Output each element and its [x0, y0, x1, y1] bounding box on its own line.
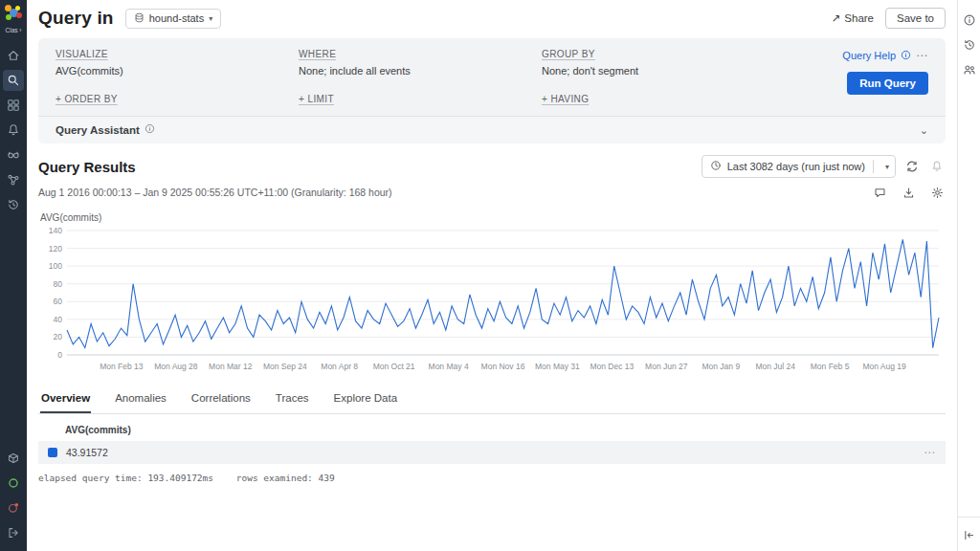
- dataset-selector[interactable]: hound-stats ▾: [125, 9, 222, 29]
- tab-traces[interactable]: Traces: [275, 386, 310, 413]
- builder-actions: Query Help ⋯ Run Query: [785, 49, 928, 104]
- elapsed-time-text: elapsed query time: 193.409172ms: [38, 473, 213, 483]
- where-label[interactable]: WHERE: [299, 49, 528, 59]
- share-label: Share: [844, 12, 874, 24]
- x-tick-label: Mon Mar 12: [209, 362, 253, 371]
- visualize-clause: VISUALIZE AVG(commits) + ORDER BY: [56, 49, 285, 104]
- time-range-value: Last 3082 days (run just now): [727, 161, 865, 172]
- share-button[interactable]: ↗ Share: [832, 11, 874, 25]
- x-tick-label: Mon Jul 24: [755, 362, 795, 371]
- environment-selector[interactable]: Clas ›: [6, 27, 22, 33]
- group-by-value[interactable]: None; don't segment: [542, 65, 771, 77]
- series-swatch: [48, 448, 57, 457]
- row-more-icon[interactable]: ⋯: [924, 446, 936, 459]
- usage-alert-icon[interactable]: [3, 497, 24, 518]
- chart-settings-gear-icon[interactable]: [928, 184, 946, 201]
- clock-icon: [710, 160, 722, 173]
- x-tick-label: Mon Jan 9: [702, 362, 740, 371]
- team-activity-icon[interactable]: [960, 60, 979, 79]
- main-content: Query in hound-stats ▾ ↗ Share Save to V…: [27, 0, 957, 551]
- sign-out-icon[interactable]: [3, 522, 24, 543]
- status-green-icon[interactable]: [3, 473, 24, 494]
- x-tick-label: Mon Feb 13: [100, 362, 144, 371]
- share-icon: ↗: [832, 11, 841, 25]
- y-tick-label: 0: [57, 350, 62, 360]
- query-assistant-bar[interactable]: Query Assistant ⌄: [38, 116, 946, 143]
- nav-activity-history-icon[interactable]: [3, 194, 24, 215]
- group-by-label[interactable]: GROUP BY: [542, 49, 771, 59]
- date-range-text: Aug 1 2016 00:00:13 – Jan 9 2025 00:55:2…: [38, 187, 392, 198]
- query-builder-panel: VISUALIZE AVG(commits) + ORDER BY WHERE …: [38, 38, 946, 143]
- query-assistant-label: Query Assistant: [56, 124, 140, 136]
- timeseries-chart[interactable]: 020406080100120140Mon Feb 13Mon Aug 28Mo…: [38, 225, 946, 376]
- collapse-panel-icon[interactable]: [960, 525, 979, 544]
- nav-query-icon[interactable]: [3, 70, 24, 91]
- time-range-chevron-icon: ▾: [880, 163, 895, 171]
- series-value: 43.91572: [66, 447, 108, 458]
- where-clause: WHERE None; include all events + LIMIT: [299, 49, 528, 104]
- comment-icon[interactable]: [871, 184, 888, 201]
- results-table: AVG(commits) 43.91572 ⋯: [38, 418, 946, 464]
- page-title: Query in: [38, 8, 114, 29]
- nav-service-map-icon[interactable]: [3, 169, 24, 190]
- tab-correlations[interactable]: Correlations: [190, 386, 252, 413]
- table-row[interactable]: 43.91572 ⋯: [38, 441, 946, 464]
- y-tick-label: 20: [54, 332, 63, 342]
- nav-home-icon[interactable]: [3, 45, 24, 66]
- download-icon[interactable]: [900, 184, 917, 201]
- dataset-icon: [134, 12, 145, 25]
- query-help-link[interactable]: Query Help: [842, 50, 896, 61]
- results-tabs: OverviewAnomaliesCorrelationsTracesExplo…: [38, 386, 946, 414]
- query-stats: elapsed query time: 193.409172ms rows ex…: [38, 473, 946, 483]
- y-tick-label: 40: [54, 315, 63, 324]
- tab-anomalies[interactable]: Anomalies: [114, 386, 167, 413]
- y-tick-label: 60: [54, 297, 63, 306]
- x-tick-label: Mon May 31: [535, 362, 580, 371]
- nav-slo-icon[interactable]: [3, 144, 24, 165]
- visualize-value[interactable]: AVG(commits): [56, 65, 285, 77]
- y-tick-label: 80: [54, 279, 63, 289]
- having-add[interactable]: + HAVING: [542, 94, 771, 104]
- trigger-bell-icon[interactable]: [928, 158, 946, 175]
- info-icon[interactable]: [960, 11, 979, 30]
- x-tick-label: Mon Jun 27: [645, 362, 688, 371]
- results-header: Query Results Last 3082 days (run just n…: [27, 143, 957, 182]
- x-tick-label: Mon Aug 19: [862, 362, 906, 371]
- utility-sidebar: [957, 0, 980, 551]
- x-tick-label: Mon Sep 24: [263, 362, 307, 371]
- limit-add[interactable]: + LIMIT: [299, 94, 528, 104]
- date-range-row: Aug 1 2016 00:00:13 – Jan 9 2025 00:55:2…: [27, 182, 957, 207]
- dataset-chevron-icon: ▾: [209, 14, 212, 23]
- time-range-selector[interactable]: Last 3082 days (run just now) ▾: [702, 155, 896, 178]
- package-icon[interactable]: [3, 448, 24, 469]
- top-bar: Query in hound-stats ▾ ↗ Share Save to: [27, 0, 957, 36]
- x-tick-label: Mon Aug 28: [154, 362, 198, 371]
- run-query-button[interactable]: Run Query: [847, 72, 928, 95]
- nav-alerts-icon[interactable]: [3, 120, 24, 141]
- tab-overview[interactable]: Overview: [40, 386, 91, 413]
- y-tick-label: 100: [49, 261, 62, 271]
- app-window: Clas ›: [0, 0, 980, 551]
- query-history-icon[interactable]: [960, 35, 979, 55]
- results-title: Query Results: [38, 159, 136, 175]
- series-line: [67, 239, 939, 347]
- chart-panel: AVG(commits) 020406080100120140Mon Feb 1…: [27, 207, 957, 376]
- nav-boards-icon[interactable]: [3, 95, 24, 116]
- tab-explore-data[interactable]: Explore Data: [333, 386, 398, 413]
- x-tick-label: Mon Oct 21: [373, 362, 415, 371]
- rows-examined-text: rows examined: 439: [236, 473, 335, 483]
- where-value[interactable]: None; include all events: [299, 65, 528, 77]
- assistant-expand-icon[interactable]: ⌄: [920, 124, 928, 137]
- order-by-add[interactable]: + ORDER BY: [56, 94, 285, 104]
- builder-more-menu-icon[interactable]: ⋯: [916, 49, 928, 62]
- visualize-label[interactable]: VISUALIZE: [56, 49, 285, 59]
- x-tick-label: Mon Nov 16: [481, 362, 525, 371]
- x-tick-label: Mon Dec 13: [590, 362, 634, 371]
- honeycomb-logo-icon[interactable]: [4, 4, 23, 23]
- save-to-button[interactable]: Save to: [885, 8, 946, 29]
- help-info-icon[interactable]: [901, 50, 911, 62]
- app-sidebar: Clas ›: [0, 0, 27, 551]
- rerun-query-icon[interactable]: [903, 158, 921, 175]
- y-tick-label: 120: [49, 244, 62, 253]
- assistant-info-icon[interactable]: [145, 123, 155, 137]
